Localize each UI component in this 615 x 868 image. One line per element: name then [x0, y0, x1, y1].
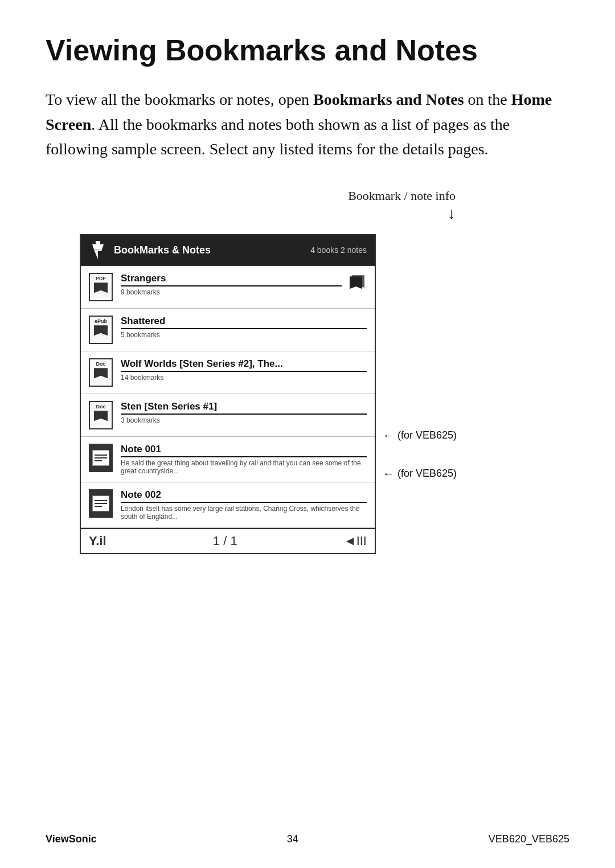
item-title: Shattered	[121, 316, 367, 329]
item-title: Strangers	[121, 273, 342, 286]
page-title: Viewing Bookmarks and Notes	[46, 34, 569, 67]
device-footer: Y.il 1 / 1 ◄III	[81, 528, 375, 553]
item-subtitle: London itself has some very large rail s…	[121, 505, 367, 521]
device-header-title: BookMarks & Notes	[114, 244, 304, 256]
item-content: Note 002 London itself has some very lar…	[121, 489, 367, 521]
device-screen: BookMarks & Notes 4 books 2 notes PDF St…	[80, 234, 376, 554]
doc-book-icon: Doc	[89, 358, 113, 387]
footer-model: VEB620_VEB625	[489, 833, 569, 845]
list-item-note-001[interactable]: Note 001 He said the great thing about t…	[81, 437, 375, 482]
item-title: Note 001	[121, 444, 367, 457]
diagram-container: Bookmark / note info ↓	[68, 189, 569, 223]
item-title: Note 002	[121, 489, 367, 503]
battery-icon: ◄III	[344, 534, 367, 548]
item-content: Shattered 5 bookmarks	[121, 316, 367, 339]
pdf-book-icon: PDF	[89, 273, 113, 301]
device-header-count: 4 books 2 notes	[310, 245, 367, 255]
item-content: Sten [Sten Series #1] 3 bookmarks	[121, 401, 367, 424]
item-content: Note 001 He said the great thing about t…	[121, 444, 367, 475]
item-subtitle: 9 bookmarks	[121, 288, 342, 296]
bookmark-badge	[350, 275, 367, 291]
item-title: Sten [Sten Series #1]	[121, 401, 367, 415]
svg-rect-0	[96, 241, 100, 244]
footer-page-number: 34	[287, 833, 298, 845]
page: Viewing Bookmarks and Notes To view all …	[0, 0, 615, 868]
note-001-label: (for VEB625)	[397, 429, 457, 441]
list-item[interactable]: Doc Wolf Worlds [Sten Series #2], The...…	[81, 351, 375, 394]
footer-brand: ViewSonic	[46, 833, 97, 845]
device-header: BookMarks & Notes 4 books 2 notes	[81, 235, 375, 265]
list-item[interactable]: PDF Strangers 9 bookmarks	[81, 266, 375, 309]
arrow-down-icon: ↓	[448, 206, 456, 222]
item-content: Wolf Worlds [Sten Series #2], The... 14 …	[121, 358, 367, 382]
doc-book-icon-2: Doc	[89, 401, 113, 429]
device-list: PDF Strangers 9 bookmarks	[81, 265, 375, 528]
list-item-note-002[interactable]: Note 002 London itself has some very lar…	[81, 482, 375, 528]
side-annotations: ← (for VEB625) ← (for VEB625)	[383, 234, 457, 480]
bold-home-screen: Home Screen	[46, 91, 552, 133]
item-content: Strangers 9 bookmarks	[121, 273, 342, 296]
note-icon-002	[89, 489, 113, 518]
list-item[interactable]: Doc Sten [Sten Series #1] 3 bookmarks	[81, 394, 375, 437]
bold-bookmarks-notes: Bookmarks and Notes	[313, 91, 464, 108]
intro-paragraph: To view all the bookmarks or notes, open…	[46, 87, 558, 161]
note-002-label: (for VEB625)	[397, 468, 457, 480]
item-subtitle: 5 bookmarks	[121, 331, 367, 339]
epub-book-icon: ePub	[89, 316, 113, 344]
note-002-annotation: ← (for VEB625)	[383, 467, 457, 480]
page-footer: ViewSonic 34 VEB620_VEB625	[46, 833, 569, 845]
pin-icon	[89, 241, 107, 259]
item-subtitle: He said the great thing about travelling…	[121, 459, 367, 475]
note-icon-001	[89, 444, 113, 472]
item-title: Wolf Worlds [Sten Series #2], The...	[121, 358, 367, 372]
signal-icon: Y.il	[89, 534, 106, 548]
svg-marker-1	[92, 244, 104, 259]
list-item[interactable]: ePub Shattered 5 bookmarks	[81, 309, 375, 351]
arrow-left-icon-002: ←	[383, 467, 394, 480]
diagram-with-labels: BookMarks & Notes 4 books 2 notes PDF St…	[80, 234, 569, 554]
annotation-label: Bookmark / note info	[348, 189, 456, 203]
spacer-note2	[383, 442, 457, 467]
item-subtitle: 14 bookmarks	[121, 374, 367, 382]
svg-rect-2	[95, 249, 101, 250]
item-subtitle: 3 bookmarks	[121, 416, 367, 424]
note-001-annotation: ← (for VEB625)	[383, 429, 457, 442]
spacer-note1	[383, 234, 457, 429]
arrow-left-icon-001: ←	[383, 429, 394, 442]
footer-page-indicator: 1 / 1	[213, 534, 237, 548]
